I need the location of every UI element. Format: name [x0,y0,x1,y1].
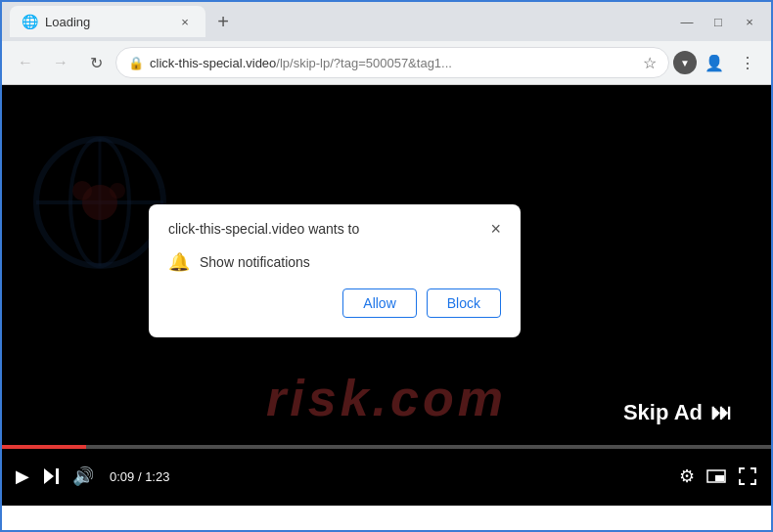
lock-icon: 🔒 [128,56,144,70]
window-controls: — □ × [673,8,763,35]
skip-ad-label: Skip Ad [623,400,703,425]
svg-point-5 [72,181,92,200]
toolbar-right: ▼ 👤 ⋮ [673,47,763,78]
dialog-title: click-this-special.video wants to [168,220,359,240]
back-button[interactable]: ← [10,47,41,78]
browser-tab[interactable]: 🌐 Loading × [10,6,205,37]
svg-point-6 [110,183,125,199]
address-bar-row: ← → ↻ 🔒 click-this-special.video/lp/skip… [2,41,771,84]
menu-button[interactable]: ⋮ [732,47,763,78]
url-domain: click-this-special.video [150,56,276,70]
dialog-buttons: Allow Block [168,288,501,318]
tab-title: Loading [45,15,168,29]
title-bar: 🌐 Loading × + — □ × [2,2,771,41]
fullscreen-button[interactable] [738,466,757,486]
watermark-text: risk.com [266,369,507,427]
time-display: 0:09 / 1:23 [110,469,169,484]
url-text: click-this-special.video/lp/skip-lp/?tag… [150,56,637,70]
controls-right: ⚙ [679,466,757,487]
settings-button[interactable]: ⚙ [679,466,695,487]
miniplayer-button[interactable] [706,469,726,483]
block-button[interactable]: Block [427,288,501,318]
new-tab-button[interactable]: + [209,8,237,35]
skip-ad-button[interactable]: Skip Ad ⏭ [604,388,751,437]
dialog-header: click-this-special.video wants to × [168,220,501,240]
notification-row: 🔔 Show notifications [168,251,501,273]
skip-icon: ⏭ [710,400,732,425]
forward-button[interactable]: → [45,47,76,78]
video-controls: ▶ 🔊 0:09 / 1:23 ⚙ [2,447,771,506]
permission-dialog: click-this-special.video wants to × 🔔 Sh… [149,204,521,337]
profile-button[interactable]: 👤 [699,47,730,78]
refresh-button[interactable]: ↻ [80,47,112,78]
bg-globe-icon [31,134,168,271]
miniplayer-icon [706,469,726,483]
maximize-button[interactable]: □ [705,8,732,35]
skip-forward-icon [41,466,61,486]
minimize-button[interactable]: — [673,8,701,35]
fullscreen-icon [738,466,757,486]
tab-close-button[interactable]: × [176,13,194,30]
chrome-dropdown-icon[interactable]: ▼ [673,51,697,74]
volume-button[interactable]: 🔊 [72,466,94,487]
url-path: /lp/skip-lp/?tag=500057&tag1... [276,56,452,70]
svg-rect-8 [56,468,59,484]
notification-label: Show notifications [200,254,310,270]
address-bar[interactable]: 🔒 click-this-special.video/lp/skip-lp/?t… [115,47,669,78]
allow-button[interactable]: Allow [342,288,416,318]
svg-marker-7 [44,468,54,484]
tab-favicon: 🌐 [22,14,37,29]
svg-rect-10 [715,475,724,481]
play-button[interactable]: ▶ [16,466,29,487]
browser-frame: 🌐 Loading × + — □ × ← → ↻ 🔒 click-this-s… [2,2,771,85]
bell-icon: 🔔 [168,251,190,273]
close-button[interactable]: × [736,8,763,35]
dialog-close-button[interactable]: × [490,220,501,238]
volume-icon: 🔊 [72,466,94,487]
bookmark-icon[interactable]: ☆ [643,54,657,72]
video-area: risk.com Skip Ad ⏭ ▶ 🔊 0:09 / 1:23 ⚙ [2,85,771,506]
skip-next-button[interactable] [41,466,61,486]
